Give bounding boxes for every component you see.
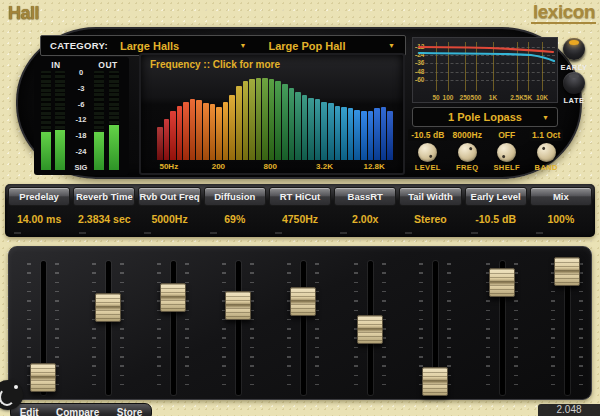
param-value[interactable]: 5000Hz [138, 206, 200, 232]
store-button[interactable]: Store [117, 407, 143, 416]
knob-group: 1.1 OctBAND [527, 129, 567, 177]
spectrum-bar [210, 104, 216, 160]
plugin-window: Hall lexicon CATEGORY: Large Halls ▼ Lar… [0, 0, 600, 416]
knob-group: -10.5 dBLEVEL [408, 129, 448, 177]
fader-ticks [92, 263, 96, 393]
param-header-button[interactable]: RT HiCut [269, 187, 331, 206]
edit-button[interactable]: Edit [20, 407, 39, 416]
fader-handle[interactable] [95, 293, 121, 322]
spectrum-bar [229, 95, 235, 160]
spectrum-bar [387, 111, 393, 160]
param-header-button[interactable]: Reverb Time [73, 187, 135, 206]
spectrum-bar [308, 98, 314, 160]
knob-group: 8000HzFREQ [448, 129, 488, 177]
knob-shelf[interactable] [497, 143, 516, 162]
spectrum-bar [361, 111, 367, 160]
spectrum-axis-label: 3.2K [316, 162, 333, 171]
knob-label: BAND [535, 163, 558, 172]
param-header-button[interactable]: Predelay [8, 187, 70, 206]
knob-pointer [414, 139, 441, 166]
param-value[interactable]: 2.00x [334, 206, 396, 232]
category-label: CATEGORY: [41, 40, 108, 51]
spectrum-bar [177, 106, 183, 160]
meter-scale-label: -18 [76, 131, 87, 140]
fader-handle[interactable] [290, 287, 316, 316]
fader-handle[interactable] [225, 291, 251, 320]
fader-handle[interactable] [160, 283, 186, 312]
knob-value: 1.1 Oct [529, 129, 563, 141]
knob-band[interactable] [537, 143, 556, 162]
fader-ticks [222, 263, 226, 393]
knob-freq[interactable] [458, 143, 477, 162]
eq-curves [413, 38, 559, 104]
param-header-button[interactable]: Early Level [465, 187, 527, 206]
spectrum-bar [282, 84, 288, 160]
fader-handle[interactable] [554, 257, 580, 286]
param-strip-inner: Predelay14.00 msReverb Time2.3834 secRvb… [8, 187, 592, 234]
fader-handle[interactable] [489, 268, 515, 297]
late-button[interactable] [563, 72, 585, 94]
param-value[interactable]: 100% [530, 206, 592, 232]
late-label: LATE [552, 96, 596, 105]
spectrum-axis-label: 200 [212, 162, 225, 171]
out-meter-label: OUT [90, 60, 126, 70]
frequency-title: Frequency :: Click for more [150, 59, 280, 70]
fader-ticks [315, 263, 319, 393]
spectrum-axis-label: 12.8K [363, 162, 384, 171]
knob-dot-icon [541, 146, 545, 150]
fader-ticks [185, 263, 189, 393]
fader-track[interactable] [236, 261, 241, 395]
status-badge: 2.048 [538, 404, 600, 416]
fader-panel [8, 246, 592, 400]
fader-track[interactable] [171, 261, 176, 395]
chevron-down-icon: ▼ [240, 42, 247, 49]
param-header-button[interactable]: BassRT [334, 187, 396, 206]
parameter-strip: Predelay14.00 msReverb Time2.3834 secRvb… [5, 184, 595, 237]
param-cell: Tail WidthStereo [399, 187, 461, 234]
knob-pointer [454, 139, 481, 166]
spectrum-bars [157, 78, 393, 160]
param-value[interactable]: 69% [204, 206, 266, 232]
fader-handle[interactable] [422, 367, 448, 396]
param-header-button[interactable]: Diffusion [204, 187, 266, 206]
fader-track[interactable] [301, 261, 306, 395]
spectrum-bar [249, 79, 255, 160]
param-header-button[interactable]: Tail Width [399, 187, 461, 206]
param-cell: BassRT2.00x [334, 187, 396, 234]
param-header-button[interactable]: Rvb Out Freq [138, 187, 200, 206]
fader-handle[interactable] [30, 363, 56, 392]
meter-scale-label: -3 [78, 84, 85, 93]
spectrum-bar [368, 111, 374, 160]
compare-button[interactable]: Compare [56, 407, 99, 416]
fader-track[interactable] [106, 261, 111, 395]
knob-dot-icon [469, 146, 473, 150]
fader-ticks [120, 263, 124, 393]
fader-handle[interactable] [357, 315, 383, 344]
frequency-display[interactable]: Frequency :: Click for more 50Hz2008003.… [139, 53, 405, 175]
param-header-button[interactable]: Mix [530, 187, 592, 206]
knob-group: OFFSHELF [487, 129, 527, 177]
knob-level[interactable] [418, 143, 437, 162]
param-value[interactable]: Stereo [399, 206, 461, 232]
spectrum-bar [348, 108, 354, 160]
meter-scale-label: -12 [76, 115, 87, 124]
early-led-icon [569, 40, 579, 45]
chevron-down-icon: ▼ [388, 42, 395, 49]
knob-pointer [533, 139, 559, 165]
param-value[interactable]: 4750Hz [269, 206, 331, 232]
fader [480, 259, 524, 399]
eq-graph: 501002505001K2.5K5K10K-12-24-36-48-60 [412, 37, 558, 103]
early-button[interactable] [563, 38, 585, 60]
param-value[interactable]: 2.3834 sec [73, 206, 135, 232]
in-right-meter [55, 71, 65, 170]
meter-scale-label: SIG [75, 163, 88, 172]
param-value[interactable]: -10.5 dB [465, 206, 527, 232]
lexicon-logo: lexicon [531, 2, 596, 24]
spectrum-bar [302, 95, 308, 160]
fader [348, 259, 392, 399]
filter-type-dropdown[interactable]: 1 Pole Lopass ▼ [412, 107, 558, 127]
param-value[interactable]: 14.00 ms [8, 206, 70, 232]
param-cell: Rvb Out Freq5000Hz [138, 187, 200, 234]
knob-dot-icon [429, 155, 433, 159]
spectrum-bar [381, 107, 387, 160]
